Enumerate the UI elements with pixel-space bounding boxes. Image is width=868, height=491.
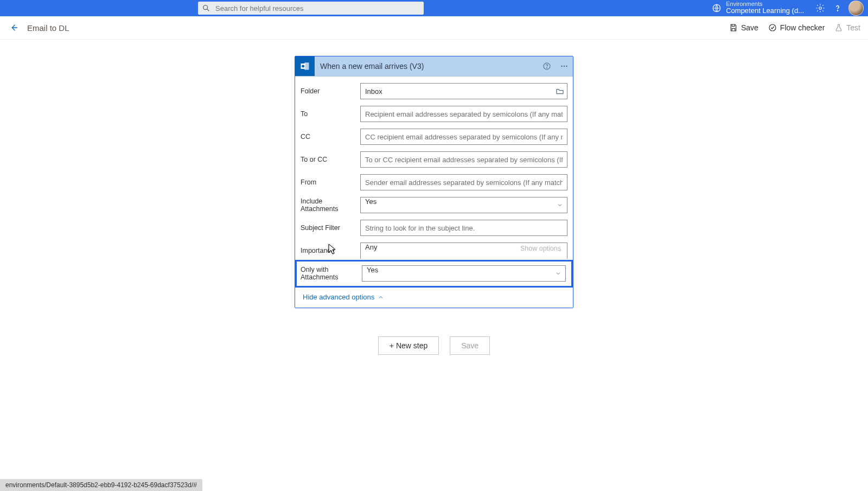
status-bar-url: environments/Default-3895d5b2-ebb9-4192-…	[0, 479, 202, 491]
hide-advanced-label: Hide advanced options	[303, 293, 374, 301]
folder-input[interactable]	[360, 83, 567, 99]
test-label: Test	[846, 23, 860, 32]
help-button[interactable]	[830, 1, 845, 16]
svg-point-10	[547, 68, 547, 68]
only-with-attachments-row: Only with Attachments Yes	[295, 260, 573, 288]
svg-point-5	[769, 24, 776, 31]
include-attachments-label: Include Attachments	[301, 197, 360, 213]
to-label: To	[301, 110, 360, 118]
save-icon	[729, 23, 738, 32]
designer-canvas: When a new email arrives (V3) Folder	[0, 40, 868, 491]
flow-title: Email to DL	[27, 23, 69, 33]
gear-icon	[815, 3, 825, 13]
trigger-header[interactable]: When a new email arrives (V3)	[295, 56, 573, 76]
svg-point-13	[566, 66, 567, 67]
search-input[interactable]	[214, 4, 419, 13]
show-options-hint: Show options	[520, 245, 561, 252]
user-avatar[interactable]	[848, 1, 864, 16]
to-or-cc-input[interactable]	[360, 151, 567, 168]
include-attachments-select[interactable]: Yes	[360, 197, 567, 213]
environment-icon	[712, 3, 722, 13]
from-input[interactable]	[360, 174, 567, 190]
save-button[interactable]: Save	[450, 336, 490, 355]
trigger-help[interactable]	[538, 58, 556, 75]
save-label: Save	[741, 23, 758, 32]
flow-checker-command[interactable]: Flow checker	[768, 23, 825, 32]
top-ribbon: Environments Competent Learning (d...	[0, 0, 868, 16]
to-input[interactable]	[360, 106, 567, 122]
svg-rect-7	[304, 62, 309, 69]
cc-label: CC	[301, 133, 360, 141]
svg-line-1	[207, 9, 209, 11]
ellipsis-icon	[559, 61, 569, 71]
svg-point-12	[564, 66, 565, 67]
save-command[interactable]: Save	[729, 23, 758, 32]
settings-button[interactable]	[813, 1, 828, 16]
new-step-button[interactable]: + New step	[378, 336, 439, 355]
importance-label: Importance	[301, 247, 360, 254]
flow-checker-icon	[768, 23, 777, 32]
trigger-title: When a new email arrives (V3)	[320, 62, 424, 71]
arrow-left-icon	[9, 23, 19, 33]
svg-point-8	[302, 65, 304, 68]
env-label: Environments	[726, 1, 804, 7]
search-box[interactable]	[198, 2, 424, 15]
only-with-attachments-label: Only with Attachments	[301, 266, 362, 281]
subject-filter-input[interactable]	[360, 220, 567, 236]
environment-picker[interactable]: Environments Competent Learning (d...	[712, 1, 804, 15]
folder-label: Folder	[301, 87, 360, 95]
cc-input[interactable]	[360, 129, 567, 145]
trigger-card: When a new email arrives (V3) Folder	[295, 56, 573, 308]
outlook-icon	[295, 56, 315, 76]
test-command[interactable]: Test	[834, 23, 860, 32]
only-with-attachments-select[interactable]: Yes	[362, 265, 566, 282]
svg-point-11	[561, 66, 562, 67]
hide-advanced-options-link[interactable]: Hide advanced options	[301, 288, 567, 308]
search-icon	[202, 4, 210, 12]
env-name: Competent Learning (d...	[726, 7, 804, 15]
flow-checker-label: Flow checker	[780, 23, 825, 32]
to-or-cc-label: To or CC	[301, 156, 360, 163]
from-label: From	[301, 178, 360, 186]
svg-point-0	[203, 5, 208, 10]
trigger-menu[interactable]	[556, 58, 573, 75]
back-button[interactable]	[8, 21, 21, 34]
svg-point-4	[837, 10, 838, 11]
question-circle-icon	[542, 62, 551, 71]
svg-point-3	[819, 7, 822, 10]
help-icon	[833, 3, 843, 13]
command-bar: Email to DL Save Flow checker Test	[0, 16, 868, 40]
test-icon	[834, 23, 843, 32]
subject-filter-label: Subject Filter	[301, 224, 360, 232]
chevron-up-icon	[378, 294, 384, 301]
